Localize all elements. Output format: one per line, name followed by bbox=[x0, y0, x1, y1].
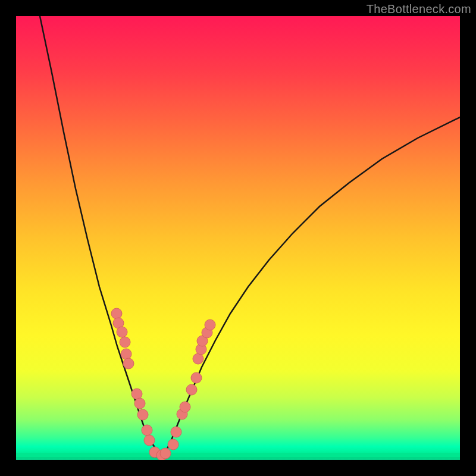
scatter-dot bbox=[180, 402, 190, 412]
chart-svg bbox=[16, 16, 460, 460]
scatter-dot bbox=[205, 320, 215, 330]
scatter-dot bbox=[131, 389, 142, 399]
scatter-dot bbox=[144, 435, 155, 446]
scatter-dot bbox=[117, 327, 127, 337]
curve-right-branch bbox=[162, 117, 460, 456]
scatter-dot bbox=[137, 409, 148, 420]
scatter-dot bbox=[120, 337, 130, 347]
scatter-dot bbox=[142, 425, 152, 436]
scatter-dot bbox=[134, 398, 145, 409]
scatter-dot bbox=[186, 384, 197, 395]
curve-left-branch bbox=[40, 16, 162, 456]
chart-container: TheBottleneck.com bbox=[0, 0, 476, 476]
scatter-dot bbox=[121, 349, 131, 359]
scatter-dot bbox=[193, 353, 203, 364]
curve-group bbox=[40, 16, 460, 456]
scatter-dot bbox=[191, 372, 202, 383]
scatter-dot bbox=[111, 308, 122, 319]
scatter-group bbox=[111, 308, 215, 460]
watermark-text: TheBottleneck.com bbox=[367, 2, 471, 16]
scatter-dot bbox=[168, 439, 178, 450]
scatter-dot bbox=[160, 448, 171, 459]
plot-area bbox=[16, 16, 460, 460]
scatter-dot bbox=[123, 358, 134, 369]
scatter-dot bbox=[171, 427, 181, 437]
